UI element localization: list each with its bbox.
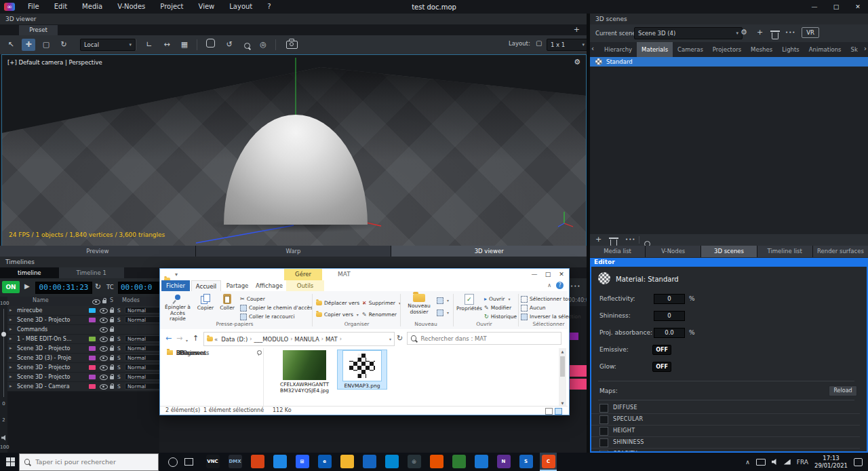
timeline-row[interactable]: ▸ Scene 3D - Projecto S Normal▾ <box>7 363 159 373</box>
row-expand-caret-icon[interactable]: ▸ <box>9 373 12 381</box>
scroll-thumb[interactable] <box>560 356 565 377</box>
camera-capture-icon[interactable] <box>283 41 300 53</box>
files-scrollbar[interactable]: ▲ ▼ <box>559 348 566 406</box>
menu-item[interactable]: Edit <box>47 0 75 14</box>
lock-icon[interactable] <box>110 366 114 370</box>
move-to-button[interactable]: Déplacer vers▾ <box>316 299 365 307</box>
row-expand-caret-icon[interactable]: ▸ <box>9 325 12 334</box>
row-expand-caret-icon[interactable]: ▸ <box>9 382 12 391</box>
viewport-settings-gear-icon[interactable]: ⚙ <box>574 58 580 67</box>
timeline-tab[interactable]: Timeline 1 <box>59 267 124 278</box>
materials-more-icon[interactable]: ••• <box>625 237 635 242</box>
map-checkbox[interactable] <box>599 438 608 447</box>
new-item-button[interactable]: ▾ <box>437 297 449 304</box>
file-explorer-window[interactable]: ▾ Gérer MAT — □ ✕ Fichier Accueil Partag… <box>159 268 570 415</box>
hidden-icons-chevron[interactable]: ∧ <box>745 459 750 466</box>
timeline-row[interactable]: ▸ Scene 3D (3) - Proje S Normal▾ <box>7 354 159 363</box>
timeline-clip-purple[interactable] <box>569 333 578 340</box>
eye-icon[interactable] <box>100 384 108 390</box>
viewer-mode-tab[interactable]: 3D viewer <box>391 246 587 257</box>
rotate-tool-icon[interactable]: ↻ <box>57 39 71 51</box>
select-none-button[interactable]: Aucun <box>521 304 546 312</box>
grid-plane-icon[interactable]: ▦ <box>178 39 191 51</box>
up-button[interactable]: ↑ <box>193 334 199 343</box>
manage-contextual-tab[interactable]: Gérer <box>284 269 322 280</box>
solo-button[interactable]: S <box>117 354 121 362</box>
viewport-3d[interactable]: [+] Default camera | Perspective ⚙ 24 FP… <box>1 54 587 247</box>
address-breadcrumb-box[interactable]: « Data (D:)›___MODULO›MANULA›MAT› ▾ <box>203 332 395 346</box>
scene-tab[interactable]: Sk <box>846 42 860 57</box>
taskbar-search-input[interactable] <box>34 457 153 466</box>
add-material-icon[interactable]: + <box>595 235 601 244</box>
tabs-scroll-right-icon[interactable]: › <box>864 45 867 52</box>
maximize-button[interactable]: □ <box>826 0 846 14</box>
blend-mode-select[interactable]: Normal▾ <box>125 364 163 371</box>
taskbar-app-icon[interactable]: DMX <box>226 453 243 471</box>
map-checkbox[interactable] <box>599 415 608 424</box>
help-icon[interactable]: ? <box>556 282 564 289</box>
scene-tab[interactable]: Hierarchy <box>599 42 637 57</box>
add-scene-icon[interactable]: + <box>757 28 763 37</box>
eye-icon[interactable] <box>100 337 108 342</box>
taskbar-app-icon[interactable]: C <box>540 453 557 471</box>
blend-mode-select[interactable]: Normal▾ <box>125 354 163 361</box>
row-expand-caret-icon[interactable]: ▸ <box>9 363 12 372</box>
blend-mode-select[interactable]: Normal▾ <box>125 335 163 342</box>
panel-tab[interactable]: 3D scenes <box>701 246 756 257</box>
panel-tab[interactable]: Render surfaces <box>813 246 868 257</box>
language-indicator[interactable]: FRA <box>797 459 808 466</box>
tab-preset[interactable]: Preset <box>19 25 58 35</box>
eye-icon[interactable] <box>100 356 108 361</box>
transform-space-select[interactable]: Local▾ <box>80 39 136 51</box>
material-list-empty-area[interactable] <box>590 67 868 234</box>
volume-tray-icon[interactable] <box>772 459 778 465</box>
scene-more-icon[interactable]: ••• <box>785 30 795 35</box>
scene-tab[interactable]: Meshes <box>746 42 777 57</box>
taskbar-app-icon[interactable]: e <box>316 453 333 471</box>
reflectivity-input[interactable]: 0 <box>654 294 685 304</box>
pin-to-quick-access-button[interactable]: Épingler à Accès rapide <box>163 293 193 322</box>
quick-access-toolbar-icon[interactable]: ▾ <box>175 269 178 280</box>
taskbar-app-icon[interactable] <box>428 453 445 471</box>
audio-speaker-icon[interactable] <box>1 435 7 440</box>
copy-path-button[interactable]: Copier le chemin d'accès <box>240 304 313 312</box>
timeline-row[interactable]: ▸ 1 - MBE EDIT-On S... S Normal▾ <box>7 335 159 344</box>
history-button[interactable]: ↻Historique <box>484 313 517 320</box>
back-button[interactable]: ← <box>165 334 172 343</box>
timeline-on-toggle[interactable]: ON <box>2 281 20 293</box>
thumbnail-view-icon[interactable] <box>555 408 562 415</box>
scene-tab[interactable]: Lights <box>777 42 804 57</box>
eye-icon[interactable] <box>100 327 108 333</box>
viewport-layout-select[interactable]: 1 x 1▾ <box>547 39 589 51</box>
vr-button[interactable]: VR <box>802 27 819 38</box>
scale-tool-icon[interactable]: ▢ <box>39 39 53 51</box>
menu-item[interactable]: Media <box>75 0 110 14</box>
taskbar-app-icon[interactable] <box>450 453 467 471</box>
taskbar-app-icon[interactable]: VNC <box>204 453 221 471</box>
scene-tab[interactable]: Projectors <box>708 42 746 57</box>
address-dropdown-icon[interactable]: ▾ <box>389 337 391 341</box>
solo-button[interactable]: S <box>117 306 121 315</box>
eye-icon[interactable] <box>100 365 108 371</box>
task-view-icon[interactable] <box>184 458 193 466</box>
explorer-search-box[interactable] <box>407 332 561 345</box>
panel-tab[interactable]: Timeline list <box>757 246 812 257</box>
viewer-mode-tab[interactable]: Warp <box>196 246 391 257</box>
emissive-toggle[interactable]: OFF <box>652 345 671 355</box>
panel-tab[interactable]: Media list <box>590 246 645 257</box>
zoom-slider-handle[interactable] <box>1 332 6 337</box>
timeline-row[interactable]: ▸ Commands S ▾ <box>7 325 159 335</box>
blend-mode-select[interactable]: Normal▾ <box>125 316 163 323</box>
ribbon-tab-share[interactable]: Partage <box>222 280 252 291</box>
solo-button[interactable]: S <box>117 344 121 353</box>
cut-button[interactable]: ✂Couper <box>240 295 265 303</box>
menu-item[interactable]: View <box>191 0 222 14</box>
paste-shortcut-button[interactable]: Coller le raccourci <box>240 313 295 320</box>
focus-target-icon[interactable]: ◎ <box>256 39 270 51</box>
lock-icon[interactable] <box>110 328 114 332</box>
row-expand-caret-icon[interactable]: ▸ <box>9 344 12 353</box>
scene-tab[interactable]: Materials <box>637 42 673 57</box>
scene-tab[interactable]: Animations <box>804 42 846 57</box>
taskbar-app-icon[interactable] <box>383 453 400 471</box>
scroll-down-icon[interactable]: ▼ <box>559 401 566 405</box>
